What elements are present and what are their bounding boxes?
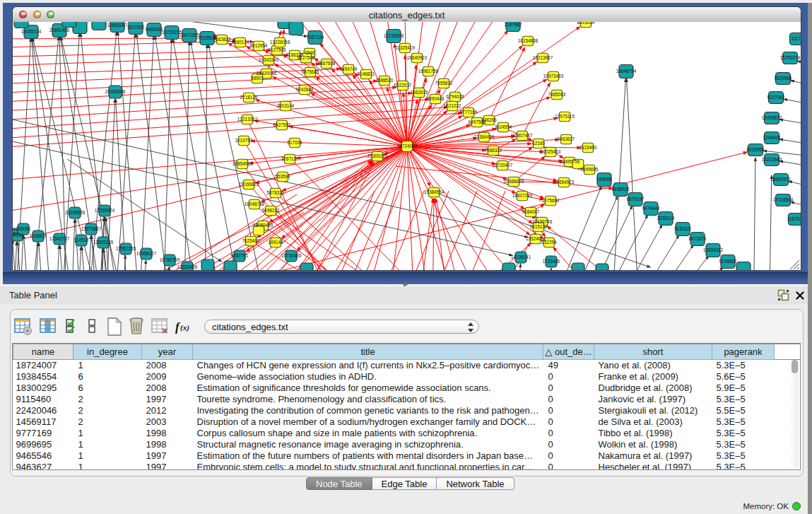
svg-text:9457791: 9457791 bbox=[231, 253, 249, 258]
svg-text:14136141: 14136141 bbox=[511, 255, 531, 259]
svg-text:9245652: 9245652 bbox=[719, 259, 737, 264]
svg-text:15720407: 15720407 bbox=[493, 163, 513, 168]
svg-text:9463627: 9463627 bbox=[558, 136, 575, 141]
svg-text:16210643: 16210643 bbox=[762, 157, 782, 162]
svg-text:2803144: 2803144 bbox=[277, 103, 295, 108]
svg-text:19166825: 19166825 bbox=[239, 182, 259, 187]
svg-text:1733426: 1733426 bbox=[543, 259, 560, 264]
svg-text:23420046: 23420046 bbox=[257, 71, 277, 76]
svg-text:15751074: 15751074 bbox=[780, 55, 801, 60]
svg-text:10654112: 10654112 bbox=[703, 247, 723, 252]
svg-text:6879197: 6879197 bbox=[627, 197, 645, 201]
svg-text:2867608: 2867608 bbox=[318, 61, 336, 66]
svg-text:1167531: 1167531 bbox=[787, 216, 801, 221]
svg-text:12213967: 12213967 bbox=[533, 55, 553, 60]
svg-text:9474444: 9474444 bbox=[642, 206, 660, 211]
svg-text:17957255: 17957255 bbox=[116, 246, 136, 251]
svg-text:9146821: 9146821 bbox=[358, 71, 375, 76]
svg-text:169144: 169144 bbox=[268, 240, 283, 245]
svg-text:13495756: 13495756 bbox=[560, 159, 580, 164]
svg-text:8813054: 8813054 bbox=[577, 22, 595, 25]
svg-text:12342737: 12342737 bbox=[49, 236, 70, 241]
svg-text:18099489: 18099489 bbox=[253, 223, 273, 228]
svg-text:8912954: 8912954 bbox=[250, 43, 268, 48]
svg-text:6794028: 6794028 bbox=[447, 94, 464, 99]
svg-text:9242848: 9242848 bbox=[296, 87, 314, 92]
svg-text:15692971: 15692971 bbox=[771, 177, 792, 182]
svg-text:8990448: 8990448 bbox=[427, 96, 445, 101]
svg-text:1075692: 1075692 bbox=[542, 198, 560, 203]
svg-text:9777169: 9777169 bbox=[460, 110, 478, 115]
svg-text:6466160: 6466160 bbox=[146, 27, 163, 32]
svg-text:1010753: 1010753 bbox=[235, 138, 253, 143]
svg-text:2935114: 2935114 bbox=[657, 216, 675, 221]
svg-text:12975115: 12975115 bbox=[555, 114, 575, 119]
svg-text:9084067: 9084067 bbox=[522, 209, 540, 214]
svg-text:18607249: 18607249 bbox=[512, 193, 533, 198]
svg-text:7663822: 7663822 bbox=[213, 37, 231, 42]
svg-text:13226058: 13226058 bbox=[270, 40, 290, 45]
svg-text:16671355: 16671355 bbox=[180, 33, 200, 37]
svg-text:10958107: 10958107 bbox=[136, 251, 157, 256]
svg-text:15716485: 15716485 bbox=[281, 253, 302, 258]
svg-text:12505135: 12505135 bbox=[93, 240, 114, 245]
svg-text:23975867: 23975867 bbox=[81, 226, 102, 231]
svg-text:(x): (x) bbox=[180, 323, 189, 332]
svg-text:11325419: 11325419 bbox=[395, 45, 415, 50]
svg-text:98901: 98901 bbox=[251, 76, 264, 81]
svg-text:746266: 746266 bbox=[481, 117, 497, 122]
svg-text:3267130: 3267130 bbox=[281, 156, 299, 161]
svg-text:7485063: 7485063 bbox=[548, 92, 566, 97]
svg-text:19384554: 19384554 bbox=[424, 189, 445, 194]
svg-text:12323466: 12323466 bbox=[177, 264, 198, 269]
svg-text:16782759: 16782759 bbox=[160, 257, 180, 262]
svg-text:8938923: 8938923 bbox=[612, 187, 630, 192]
svg-text:1527602: 1527602 bbox=[127, 25, 145, 30]
svg-text:8454749: 8454749 bbox=[340, 66, 358, 71]
svg-text:6322037: 6322037 bbox=[394, 83, 412, 88]
svg-text:16120746: 16120746 bbox=[532, 219, 553, 224]
svg-text:917006: 917006 bbox=[287, 140, 302, 145]
svg-text:16961758: 16961758 bbox=[418, 69, 439, 74]
svg-text:10543342: 10543342 bbox=[259, 57, 279, 62]
svg-text:23300235: 23300235 bbox=[367, 153, 388, 158]
svg-text:9127505: 9127505 bbox=[269, 47, 286, 52]
svg-text:1244415: 1244415 bbox=[763, 135, 781, 140]
svg-text:9699695: 9699695 bbox=[581, 167, 599, 172]
svg-text:9127508: 9127508 bbox=[298, 55, 315, 60]
svg-text:164095: 164095 bbox=[596, 177, 612, 182]
svg-text:12213362: 12213362 bbox=[237, 117, 258, 122]
svg-text:9227342: 9227342 bbox=[767, 95, 785, 100]
svg-text:10807487: 10807487 bbox=[512, 133, 533, 138]
svg-text:12218506: 12218506 bbox=[384, 33, 404, 38]
svg-text:11172: 11172 bbox=[792, 36, 801, 41]
svg-text:5875685: 5875685 bbox=[302, 69, 319, 74]
svg-text:9115460: 9115460 bbox=[579, 145, 597, 150]
svg-text:39154: 39154 bbox=[13, 233, 23, 238]
svg-text:2187682: 2187682 bbox=[505, 22, 522, 27]
svg-text:20053346: 20053346 bbox=[105, 89, 126, 94]
svg-text:1615132: 1615132 bbox=[530, 224, 548, 229]
svg-text:3624554: 3624554 bbox=[495, 124, 512, 129]
svg-text:21364436: 21364436 bbox=[474, 134, 495, 139]
svg-text:16640910: 16640910 bbox=[407, 55, 428, 60]
svg-text:20206536: 20206536 bbox=[65, 210, 86, 215]
svg-text:7986322: 7986322 bbox=[485, 148, 502, 153]
svg-text:5878335: 5878335 bbox=[267, 190, 285, 195]
svg-text:16854986: 16854986 bbox=[233, 161, 253, 166]
svg-text:335061: 335061 bbox=[16, 226, 31, 231]
svg-text:7632621: 7632621 bbox=[674, 226, 692, 231]
svg-text:553594: 553594 bbox=[275, 174, 290, 179]
svg-text:8427552: 8427552 bbox=[273, 122, 291, 127]
svg-text:16648794: 16648794 bbox=[616, 69, 637, 74]
svg-text:7357224: 7357224 bbox=[307, 35, 324, 40]
svg-text:18724007: 18724007 bbox=[397, 144, 418, 148]
svg-text:1621022: 1621022 bbox=[444, 103, 461, 108]
svg-text:16046788: 16046788 bbox=[245, 201, 265, 206]
svg-text:10973493: 10973493 bbox=[543, 74, 564, 78]
svg-text:8471676: 8471676 bbox=[689, 236, 707, 241]
svg-text:19654923: 19654923 bbox=[554, 180, 575, 185]
svg-text:62160: 62160 bbox=[532, 141, 545, 146]
svg-text:1546: 1546 bbox=[305, 50, 315, 55]
svg-text:9329966: 9329966 bbox=[775, 76, 792, 81]
